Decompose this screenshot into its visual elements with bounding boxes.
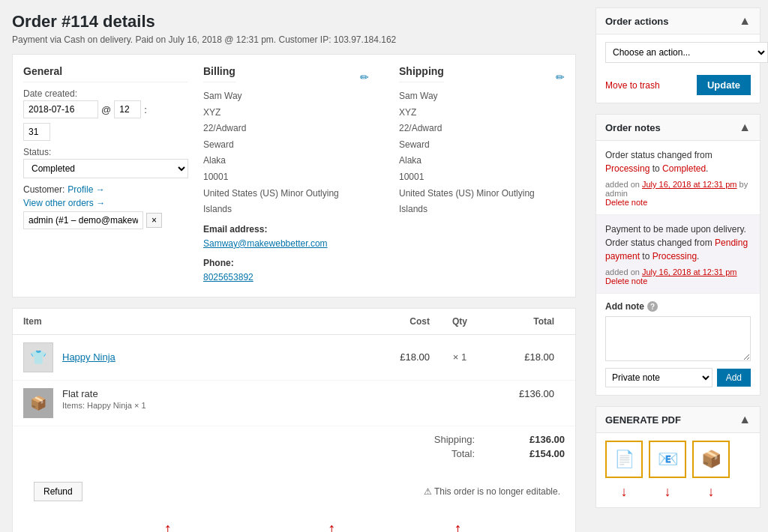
email-label: Email address:	[203, 224, 369, 235]
shipping-name: Flat rate	[62, 388, 490, 399]
order-notes-collapse[interactable]: ▲	[739, 121, 751, 134]
add-note-info-icon[interactable]: ?	[647, 301, 658, 312]
generate-email-invoice-button[interactable]: 📧	[649, 441, 686, 478]
delete-note-2[interactable]: Delete note	[605, 276, 647, 285]
shipping-row: 📦 Flat rate Items: Happy Ninja × 1 £136.…	[13, 381, 575, 426]
note-meta-2: added on July 16, 2018 at 12:31 pm Delet…	[605, 267, 751, 285]
billing-email-link[interactable]: Samway@makewebbetter.com	[203, 238, 328, 249]
view-orders-link[interactable]: View other orders →	[23, 198, 105, 208]
billing-section: Billing ✏ Sam Way XYZ 22/Adward Seward A…	[203, 65, 384, 286]
add-note-button[interactable]: Add	[717, 369, 751, 387]
delete-note-1[interactable]: Delete note	[605, 198, 647, 207]
shipping-title: Shipping	[399, 65, 444, 82]
order-actions-collapse[interactable]: ▲	[739, 14, 751, 28]
table-row: 👕 Happy Ninja £18.00 × 1 £18.00	[13, 335, 575, 381]
date-row: @ :	[23, 100, 188, 118]
time-separator: :	[144, 104, 147, 115]
general-panel: General Date created: @ : Status: Pendin…	[12, 54, 576, 297]
product-link[interactable]: Happy Ninja	[62, 351, 116, 363]
generate-pdf-header: GENERATE PDF ▲	[596, 407, 760, 433]
total-value: £154.00	[490, 448, 565, 459]
billing-phone-link[interactable]: 8025653892	[203, 272, 254, 282]
refund-button[interactable]: Refund	[34, 482, 82, 501]
pdf-icons-row: 📄 📧 📦	[605, 441, 751, 478]
order-actions-section: Order actions ▲ Choose an action... Send…	[596, 7, 760, 103]
profile-link[interactable]: Profile →	[68, 184, 104, 195]
product-name: Happy Ninja	[62, 351, 355, 363]
customer-row: Customer: Profile → View other orders →	[23, 184, 188, 208]
pdf-arrow-row: ↓ ↓ ↓	[605, 484, 751, 500]
col-item-header: Item	[23, 316, 355, 327]
customer-input[interactable]	[23, 211, 143, 229]
action-row: Choose an action... Send order details t…	[596, 34, 760, 70]
billing-edit-icon[interactable]: ✏	[360, 71, 369, 83]
note-item-1: Order status changed from Processing to …	[596, 141, 760, 215]
col-cost-header: Cost	[355, 316, 430, 327]
move-to-trash-link[interactable]: Move to trash	[605, 80, 660, 91]
pdf-annotation-invoice: ↑ Click here to generate PDF invoice	[88, 521, 248, 532]
order-subtitle: Payment via Cash on delivery. Paid on Ju…	[12, 34, 576, 45]
product-thumbnail: 👕	[23, 342, 53, 372]
general-section: General Date created: @ : Status: Pendin…	[23, 65, 188, 286]
pdf-annotation-area: ↑ Click here to generate PDF invoice ↑ G…	[13, 516, 575, 532]
order-title: Order #114 details	[12, 12, 576, 31]
arrow-up-invoice: ↑	[164, 521, 172, 532]
generate-pdf-section: GENERATE PDF ▲ 📄 📧 📦 ↓	[596, 406, 760, 508]
action-select[interactable]: Choose an action... Send order details t…	[605, 42, 768, 63]
shipping-edit-icon[interactable]: ✏	[556, 71, 565, 83]
total-label: Total:	[400, 448, 475, 459]
items-panel: Item Cost Qty Total 👕 Happy Ninja £18.00…	[12, 308, 576, 532]
shipping-address: Sam Way XYZ 22/Adward Seward Alaka 10001…	[399, 88, 565, 218]
note-textarea[interactable]	[605, 316, 751, 361]
note-item-2: Payment to be made upon delivery. Order …	[596, 215, 760, 294]
billing-email: Samway@makewebbetter.com	[203, 236, 369, 253]
pdf-icon: 📄	[614, 450, 634, 469]
shipping-value: £136.00	[490, 434, 565, 445]
billing-address: Sam Way XYZ 22/Adward Seward Alaka 10001…	[203, 88, 369, 218]
note-date-link-2[interactable]: July 16, 2018 at 12:31 pm	[642, 267, 737, 276]
shipping-info: Flat rate Items: Happy Ninja × 1	[62, 388, 490, 410]
note-date-link-1[interactable]: July 16, 2018 at 12:31 pm	[642, 180, 737, 189]
arrow-up-email: ↑	[328, 521, 336, 532]
billing-title: Billing	[203, 65, 236, 82]
order-notes-section: Order notes ▲ Order status changed from …	[596, 114, 760, 396]
generate-pdf-collapse[interactable]: ▲	[739, 413, 751, 426]
shipping-label: Shipping:	[400, 434, 475, 445]
sidebar: Order actions ▲ Choose an action... Send…	[588, 0, 768, 532]
arrow-pdf-slip: ↓	[692, 484, 730, 500]
product-total: £18.00	[490, 351, 565, 363]
note-type-select[interactable]: Private note Customer note	[605, 368, 712, 387]
phone-label: Phone:	[203, 258, 369, 268]
order-actions-title: Order actions	[605, 16, 669, 27]
items-header: Item Cost Qty Total	[13, 309, 575, 335]
product-qty: × 1	[430, 351, 490, 363]
trash-update-row: Move to trash Update	[596, 70, 760, 103]
generate-pdf-slip-button[interactable]: 📦	[692, 441, 730, 478]
remove-customer-button[interactable]: ×	[146, 213, 162, 228]
note-text-2: Payment to be made upon delivery. Order …	[605, 223, 751, 263]
arrow-up-slip: ↑	[454, 521, 462, 532]
generate-pdf-title: GENERATE PDF	[605, 414, 681, 426]
email-icon: 📧	[658, 450, 678, 469]
shipping-items: Items: Happy Ninja × 1	[62, 401, 490, 410]
minute-input[interactable]	[23, 123, 50, 141]
status-select[interactable]: Pending payment Processing On hold Compl…	[23, 159, 188, 178]
order-actions-header: Order actions ▲	[596, 8, 760, 34]
shipping-section: Shipping ✏ Sam Way XYZ 22/Adward Seward …	[399, 65, 565, 286]
col-qty-header: Qty	[430, 316, 490, 327]
order-header: Order #114 details Payment via Cash on d…	[12, 12, 576, 45]
hour-input[interactable]	[114, 100, 141, 118]
shipping-row-total: £136.00	[490, 388, 565, 399]
shipping-total-row: Shipping: £136.00	[23, 434, 565, 445]
note-type-row: Private note Customer note Add	[605, 368, 751, 387]
product-cost: £18.00	[355, 351, 430, 363]
generate-pdf-invoice-button[interactable]: 📄	[605, 441, 643, 478]
pdf-annotation-email: ↑ Generate Email invoice	[278, 521, 386, 532]
at-symbol: @	[101, 104, 111, 115]
date-label: Date created:	[23, 88, 188, 99]
arrow-pdf-invoice: ↓	[605, 484, 643, 500]
update-button[interactable]: Update	[697, 75, 751, 95]
billing-phone: 8025653892	[203, 270, 369, 286]
shipping-icon: 📦	[23, 388, 53, 418]
date-input[interactable]	[23, 100, 98, 118]
